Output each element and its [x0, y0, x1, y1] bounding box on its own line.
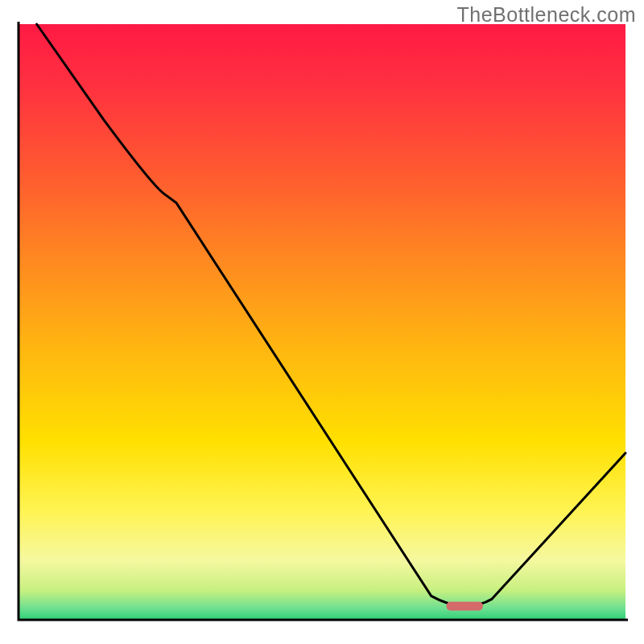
bottleneck-chart — [0, 0, 644, 644]
plot-background — [19, 24, 625, 620]
watermark-text: TheBottleneck.com — [457, 3, 637, 27]
optimal-marker — [447, 601, 483, 610]
chart-frame: TheBottleneck.com — [0, 0, 644, 644]
